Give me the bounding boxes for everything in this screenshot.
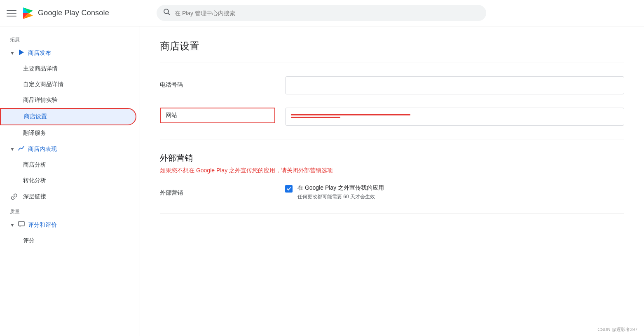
sidebar-sub-store-performance: 商店分析 转化分析 [0,157,140,188]
sidebar-item-custom-product[interactable]: 自定义商品详情 [0,77,136,92]
checkbox-main-label: 在 Google Play 之外宣传我的应用 [297,184,384,192]
sidebar-item-ratings[interactable]: 评分 [0,233,136,249]
logo-text: Google Play Console [38,9,109,17]
sidebar-item-deep-link[interactable]: 深层链接 [0,188,136,205]
sidebar-item-conversion-analysis[interactable]: 转化分析 [0,173,136,188]
external-marketing-title: 外部营销 [160,153,624,164]
sidebar-ratings-label: 评分和评价 [28,221,57,229]
sidebar-item-main-product[interactable]: 主要商品详情 [0,61,136,77]
sidebar-item-store-settings[interactable]: 商店设置 [0,108,136,125]
website-input-wrap [285,108,624,126]
chevron-down-icon-2: ▼ [10,146,15,152]
external-marketing-section: 外部营销 如果您不想在 Google Play 之外宣传您的应用，请关闭外部营销… [160,153,624,200]
sidebar-item-store-performance[interactable]: ▼ 商店内表现 [0,141,140,157]
phone-row: 电话号码 [160,76,624,94]
website-label: 网站 [160,108,275,123]
checkbox-label-group: 在 Google Play 之外宣传我的应用 任何更改都可能需要 60 天才会生… [297,184,384,200]
divider-3 [160,214,624,214]
google-play-logo [21,7,35,20]
external-marketing-label: 外部营销 [160,184,275,197]
search-bar [157,5,486,21]
sidebar-item-translation-label: 翻译服务 [23,129,46,137]
trend-icon [18,145,25,153]
sidebar-item-custom-product-label: 自定义商品详情 [23,81,63,88]
phone-input-wrap [285,76,624,94]
checkbox-sub-label: 任何更改都可能需要 60 天才会生效 [297,193,384,200]
sidebar-sub-store-publish: 主要商品详情 自定义商品详情 商品详情实验 商店设置 翻译服务 [0,61,140,141]
header-left: Google Play Console [7,7,147,20]
comment-icon [18,221,25,229]
checkbox-row: 在 Google Play 之外宣传我的应用 任何更改都可能需要 60 天才会生… [285,184,624,200]
chevron-down-icon: ▼ [10,50,15,56]
divider-2 [160,139,624,139]
phone-label: 电话号码 [160,76,275,89]
website-row: 网站 [160,108,624,126]
logo-wrapper: Google Play Console [21,7,109,20]
sidebar-item-store-settings-label: 商店设置 [24,113,47,120]
sidebar-item-product-experiment[interactable]: 商品详情实验 [0,92,136,108]
watermark: CSDN @逐影者397 [597,327,637,333]
external-marketing-row: 外部营销 在 Google Play 之外宣传我的应用 任何更改都可能需要 60… [160,184,624,200]
svg-rect-7 [19,221,24,226]
svg-marker-6 [19,49,24,55]
external-marketing-checkbox-wrap: 在 Google Play 之外宣传我的应用 任何更改都可能需要 60 天才会生… [285,184,624,200]
sidebar-item-product-experiment-label: 商品详情实验 [23,96,58,104]
website-input[interactable] [285,108,624,126]
sidebar-store-performance-label: 商店内表现 [28,146,57,153]
layout: 拓展 ▼ 商店发布 主要商品详情 自定义商品详情 商品详情实验 商店设置 翻译服 [0,26,644,336]
page-title: 商店设置 [160,40,624,53]
sidebar-item-store-publish[interactable]: ▼ 商店发布 [0,45,140,61]
sidebar-item-conversion-analysis-label: 转化分析 [23,177,46,184]
external-marketing-checkbox[interactable] [285,185,293,193]
sidebar-sub-ratings: 评分 [0,233,140,249]
chevron-down-icon-3: ▼ [10,222,15,228]
sidebar-expand-label: 拓展 [0,33,140,45]
sidebar-item-ratings-parent[interactable]: ▼ 评分和评价 [0,217,140,233]
play-triangle-icon [18,49,25,57]
search-input[interactable] [175,10,480,16]
sidebar-item-main-product-label: 主要商品详情 [23,65,58,73]
sidebar-item-translation[interactable]: 翻译服务 [0,125,136,141]
external-marketing-desc: 如果您不想在 Google Play 之外宣传您的应用，请关闭外部营销选项 [160,167,624,174]
header: Google Play Console [0,0,644,26]
sidebar-quality-label: 质量 [0,205,140,217]
hamburger-icon[interactable] [7,8,16,18]
search-icon [163,8,171,18]
phone-input[interactable] [285,76,624,94]
sidebar-item-ratings-label: 评分 [23,237,35,244]
svg-line-5 [168,13,170,15]
link-icon [10,193,18,201]
divider-1 [160,63,624,63]
sidebar-item-store-analysis-label: 商店分析 [23,161,46,169]
sidebar-store-publish-label: 商店发布 [28,49,51,57]
sidebar: 拓展 ▼ 商店发布 主要商品详情 自定义商品详情 商品详情实验 商店设置 翻译服 [0,26,140,336]
sidebar-item-deep-link-label: 深层链接 [23,193,46,200]
sidebar-item-store-analysis[interactable]: 商店分析 [0,157,136,173]
main-content: 商店设置 电话号码 网站 外部营销 如果您不想在 Google Play [140,26,644,336]
